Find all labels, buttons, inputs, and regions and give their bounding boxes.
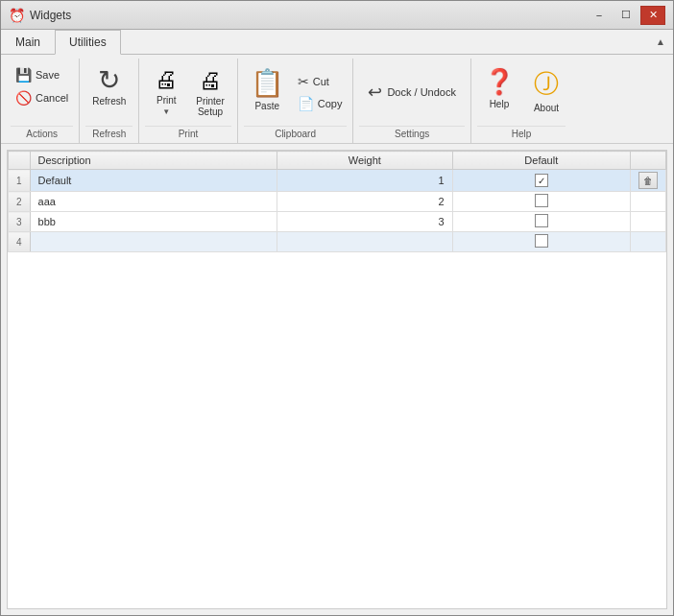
description-header: Description bbox=[30, 152, 277, 170]
ribbon-content: 💾 Save 🚫 Cancel Actions ↻ bbox=[1, 55, 673, 143]
cut-button[interactable]: ✂ Cut bbox=[293, 71, 348, 92]
tab-main[interactable]: Main bbox=[1, 30, 55, 55]
save-label: Save bbox=[36, 69, 60, 81]
row-num-3: 3 bbox=[9, 212, 31, 232]
ribbon-group-actions: 💾 Save 🚫 Cancel Actions bbox=[5, 59, 80, 143]
table-row: 2 aaa 2 bbox=[9, 192, 666, 212]
row-num-4: 4 bbox=[9, 232, 31, 252]
tab-utilities[interactable]: Utilities bbox=[55, 30, 121, 55]
about-icon: Ⓙ bbox=[534, 67, 559, 101]
action-cell-4 bbox=[631, 232, 666, 252]
checkbox-2[interactable] bbox=[535, 194, 548, 207]
paste-icon: 📋 bbox=[251, 67, 284, 99]
restore-button[interactable]: ☐ bbox=[614, 6, 638, 25]
action-cell-2 bbox=[631, 192, 666, 212]
help-label: Help bbox=[490, 99, 510, 109]
default-cell-3[interactable] bbox=[452, 212, 630, 232]
table-row: 3 bbb 3 bbox=[9, 212, 666, 232]
ribbon-group-settings: ↩ Dock / Undock Settings bbox=[353, 59, 471, 143]
default-cell-4[interactable] bbox=[452, 232, 630, 252]
table-row: 4 bbox=[9, 232, 666, 252]
close-button[interactable]: ✕ bbox=[640, 6, 665, 25]
actions-buttons: 💾 Save 🚫 Cancel bbox=[11, 59, 73, 124]
paste-label: Paste bbox=[254, 101, 279, 111]
cut-copy-buttons: ✂ Cut 📄 Copy bbox=[293, 62, 348, 122]
corner-header bbox=[9, 152, 31, 170]
title-bar: ⏰ Widgets − ☐ ✕ bbox=[1, 1, 673, 30]
print-button[interactable]: 🖨 Print ▼ bbox=[145, 62, 187, 122]
copy-label: Copy bbox=[318, 98, 343, 109]
app-icon: ⏰ bbox=[9, 8, 24, 23]
print-buttons: 🖨 Print ▼ 🖨 PrinterSetup bbox=[145, 59, 230, 124]
paste-button[interactable]: 📋 Paste bbox=[244, 62, 291, 122]
help-icon: ❓ bbox=[484, 67, 515, 97]
weight-cell-4 bbox=[277, 232, 453, 252]
ribbon-group-help: ❓ Help Ⓙ About Help bbox=[471, 59, 571, 143]
help-buttons: ❓ Help Ⓙ About bbox=[477, 59, 566, 124]
print-icon: 🖨 bbox=[155, 66, 178, 93]
cut-label: Cut bbox=[313, 76, 329, 87]
cancel-icon: 🚫 bbox=[15, 90, 32, 106]
cancel-label: Cancel bbox=[36, 92, 68, 104]
default-cell-1[interactable]: ✓ bbox=[452, 170, 630, 192]
action-header bbox=[631, 152, 666, 170]
action-cell-1: 🗑 bbox=[631, 170, 666, 192]
content-area: Description Weight Default 1 Default 1 ✓… bbox=[7, 150, 667, 609]
window-title: Widgets bbox=[30, 9, 71, 22]
about-button[interactable]: Ⓙ About bbox=[527, 62, 566, 118]
dock-undock-button[interactable]: ↩ Dock / Undock bbox=[359, 62, 465, 122]
refresh-button[interactable]: ↻ Refresh bbox=[85, 62, 132, 122]
delete-button-1[interactable]: 🗑 bbox=[638, 172, 658, 189]
description-cell-1[interactable]: Default bbox=[30, 170, 277, 192]
copy-icon: 📄 bbox=[298, 96, 314, 111]
clipboard-group-label: Clipboard bbox=[244, 126, 348, 143]
save-button[interactable]: 💾 Save bbox=[11, 64, 73, 85]
settings-buttons: ↩ Dock / Undock bbox=[359, 59, 465, 124]
row-num-2: 2 bbox=[9, 192, 31, 212]
checkbox-1[interactable]: ✓ bbox=[535, 174, 548, 187]
ribbon-group-print: 🖨 Print ▼ 🖨 PrinterSetup Print bbox=[139, 59, 237, 143]
default-cell-2[interactable] bbox=[452, 192, 630, 212]
refresh-icon: ↻ bbox=[98, 67, 120, 94]
help-button[interactable]: ❓ Help bbox=[477, 62, 521, 114]
printer-setup-icon: 🖨 bbox=[199, 67, 222, 94]
description-cell-4[interactable] bbox=[30, 232, 277, 252]
description-cell-2[interactable]: aaa bbox=[30, 192, 277, 212]
refresh-buttons: ↻ Refresh bbox=[85, 59, 132, 124]
save-icon: 💾 bbox=[15, 67, 32, 83]
ribbon-tabs: Main Utilities ▲ bbox=[1, 30, 673, 55]
weight-cell-1: 1 bbox=[277, 170, 453, 192]
actions-group-label: Actions bbox=[11, 126, 73, 143]
checkbox-3[interactable] bbox=[535, 214, 548, 227]
print-label: Print bbox=[156, 95, 177, 106]
refresh-label: Refresh bbox=[92, 96, 126, 107]
ribbon: Main Utilities ▲ 💾 Save 🚫 Cancel bbox=[1, 30, 673, 144]
printer-setup-button[interactable]: 🖨 PrinterSetup bbox=[189, 62, 230, 122]
description-cell-3[interactable]: bbb bbox=[30, 212, 277, 232]
copy-button[interactable]: 📄 Copy bbox=[293, 93, 348, 114]
ribbon-group-refresh: ↻ Refresh Refresh bbox=[80, 59, 139, 143]
row-num-1: 1 bbox=[9, 170, 31, 192]
weight-header: Weight bbox=[277, 152, 453, 170]
ribbon-group-clipboard: 📋 Paste ✂ Cut 📄 Copy Clipboa bbox=[238, 59, 354, 143]
about-label: About bbox=[534, 103, 559, 113]
dock-label: Dock / Undock bbox=[387, 86, 456, 98]
settings-group-label: Settings bbox=[359, 126, 465, 143]
checkbox-4[interactable] bbox=[535, 234, 548, 248]
table-row: 1 Default 1 ✓ 🗑 bbox=[9, 170, 666, 192]
printer-setup-label: PrinterSetup bbox=[196, 96, 224, 117]
title-bar-left: ⏰ Widgets bbox=[9, 8, 71, 23]
window-controls: − ☐ ✕ bbox=[587, 6, 665, 25]
refresh-group-label: Refresh bbox=[85, 126, 132, 143]
weight-cell-3: 3 bbox=[277, 212, 453, 232]
ribbon-collapse-button[interactable]: ▲ bbox=[648, 30, 673, 54]
table-header-row: Description Weight Default bbox=[9, 152, 666, 170]
print-group-label: Print bbox=[145, 126, 230, 143]
clipboard-buttons: 📋 Paste ✂ Cut 📄 Copy bbox=[244, 59, 348, 124]
actions-btns: 💾 Save 🚫 Cancel bbox=[11, 62, 73, 122]
cancel-button[interactable]: 🚫 Cancel bbox=[11, 87, 73, 108]
default-header: Default bbox=[452, 152, 630, 170]
action-cell-3 bbox=[631, 212, 666, 232]
minimize-button[interactable]: − bbox=[587, 6, 612, 25]
data-table: Description Weight Default 1 Default 1 ✓… bbox=[8, 151, 666, 252]
